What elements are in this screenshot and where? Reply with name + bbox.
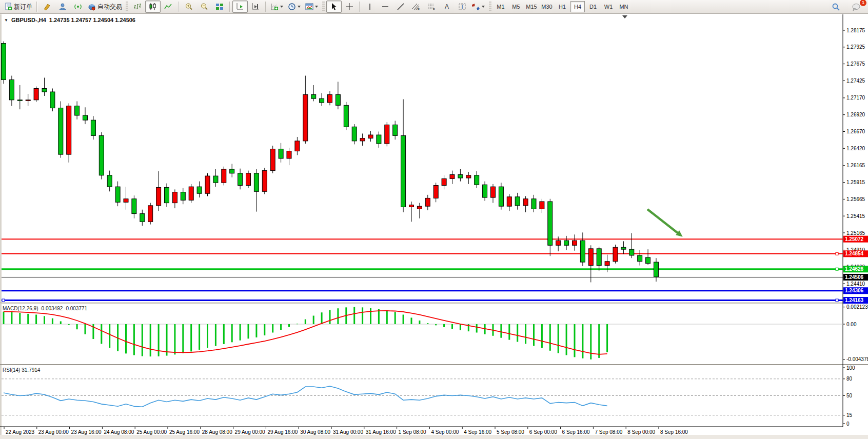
macd-histogram-bar[interactable] (297, 324, 298, 324)
candle-body[interactable] (17, 100, 22, 101)
macd-histogram-bar[interactable] (158, 324, 160, 356)
macd-histogram-bar[interactable] (353, 307, 355, 324)
macd-histogram-bar[interactable] (109, 324, 110, 348)
candlestick-chart-button[interactable] (145, 1, 161, 13)
timeframe-button-h4[interactable]: H4 (570, 1, 585, 12)
indicators-dropdown[interactable] (268, 1, 286, 13)
candle-body[interactable] (507, 197, 511, 206)
candle-body[interactable] (230, 169, 234, 173)
candle-body[interactable] (197, 187, 202, 193)
candle-body[interactable] (172, 192, 177, 203)
candle-body[interactable] (165, 187, 169, 203)
candle-body[interactable] (433, 185, 438, 198)
candle-body[interactable] (91, 120, 95, 135)
fibonacci-button[interactable]: F (424, 1, 439, 13)
macd-histogram-bar[interactable] (182, 324, 184, 353)
macd-histogram-bar[interactable] (85, 324, 86, 334)
line-handle[interactable] (836, 268, 838, 270)
macd-histogram-bar[interactable] (313, 316, 314, 324)
candle-body[interactable] (401, 135, 406, 207)
macd-histogram-bar[interactable] (370, 308, 371, 324)
macd-histogram-bar[interactable] (150, 324, 151, 356)
candle-body[interactable] (270, 149, 275, 171)
arrows-dropdown[interactable] (470, 1, 487, 13)
candle-body[interactable] (42, 89, 47, 92)
macd-histogram-bar[interactable] (166, 324, 168, 356)
macd-histogram-bar[interactable] (394, 312, 396, 324)
macd-histogram-bar[interactable] (44, 316, 45, 324)
candle-body[interactable] (385, 125, 389, 144)
candle-body[interactable] (58, 108, 63, 155)
candle-body[interactable] (181, 192, 185, 201)
macd-histogram-bar[interactable] (403, 314, 404, 324)
candle-body[interactable] (2, 44, 6, 80)
candle-body[interactable] (409, 205, 414, 207)
symbol-dropdown-icon[interactable]: ▼ (4, 18, 8, 23)
macd-histogram-bar[interactable] (533, 324, 535, 346)
auto-scroll-button[interactable] (232, 1, 248, 13)
candle-body[interactable] (442, 178, 446, 185)
macd-histogram-bar[interactable] (19, 313, 21, 324)
macd-histogram-bar[interactable] (427, 323, 428, 324)
macd-histogram-bar[interactable] (525, 324, 526, 344)
macd-histogram-bar[interactable] (240, 324, 241, 341)
bar-chart-button[interactable] (130, 1, 145, 13)
candle-body[interactable] (531, 199, 536, 209)
candle-body[interactable] (50, 92, 55, 108)
candle-body[interactable] (107, 175, 112, 187)
macd-histogram-bar[interactable] (378, 309, 380, 324)
candle-body[interactable] (613, 247, 618, 262)
crosshair-button[interactable] (342, 1, 357, 13)
macd-histogram-bar[interactable] (255, 324, 257, 337)
timeframe-button-mn[interactable]: MN (617, 1, 631, 12)
candle-body[interactable] (483, 185, 487, 197)
candle-body[interactable] (629, 249, 634, 255)
macd-histogram-bar[interactable] (27, 314, 29, 324)
timeframe-button-m1[interactable]: M1 (494, 1, 508, 12)
candle-body[interactable] (205, 176, 210, 193)
candle-body[interactable] (148, 206, 153, 222)
macd-histogram-bar[interactable] (248, 324, 249, 338)
candle-body[interactable] (466, 175, 471, 178)
toolbar-grip[interactable] (126, 2, 128, 12)
candle-body[interactable] (540, 202, 544, 209)
line-handle[interactable] (836, 252, 838, 255)
candle-body[interactable] (320, 98, 324, 103)
auto-trading-button[interactable]: 自动交易 (86, 1, 124, 13)
candle-body[interactable] (303, 94, 308, 141)
candle-body[interactable] (393, 125, 398, 135)
macd-histogram-bar[interactable] (460, 324, 461, 330)
macd-histogram-bar[interactable] (3, 312, 5, 324)
candle-body[interactable] (368, 135, 373, 138)
signals-button[interactable] (70, 1, 86, 13)
zoom-in-button[interactable] (181, 1, 196, 13)
candle-body[interactable] (491, 187, 496, 197)
macd-histogram-bar[interactable] (476, 324, 478, 332)
candle-body[interactable] (336, 94, 340, 105)
macd-histogram-bar[interactable] (101, 324, 102, 344)
macd-histogram-bar[interactable] (11, 312, 12, 324)
candle-body[interactable] (132, 199, 136, 214)
tile-windows-button[interactable] (212, 1, 227, 13)
macd-histogram-bar[interactable] (305, 320, 306, 324)
candle-body[interactable] (246, 173, 251, 186)
timeframe-button-m5[interactable]: M5 (509, 1, 523, 12)
macd-histogram-bar[interactable] (541, 324, 543, 348)
text-label-button[interactable]: T (455, 1, 470, 13)
candle-body[interactable] (279, 149, 283, 158)
macd-histogram-bar[interactable] (598, 324, 600, 358)
candle-body[interactable] (556, 241, 561, 245)
macd-histogram-bar[interactable] (142, 324, 143, 356)
macd-histogram-bar[interactable] (337, 308, 339, 324)
notifications-button[interactable]: 1 (849, 1, 864, 13)
candle-body[interactable] (597, 249, 601, 266)
candle-body[interactable] (34, 89, 38, 100)
candle-body[interactable] (311, 94, 316, 98)
new-order-button[interactable]: 新订单 (2, 1, 34, 13)
candle-body[interactable] (83, 115, 88, 120)
candle-body[interactable] (124, 199, 128, 203)
candle-body[interactable] (515, 197, 520, 206)
templates-dropdown[interactable] (303, 1, 321, 13)
candle-body[interactable] (523, 199, 528, 206)
candle-body[interactable] (548, 202, 553, 245)
